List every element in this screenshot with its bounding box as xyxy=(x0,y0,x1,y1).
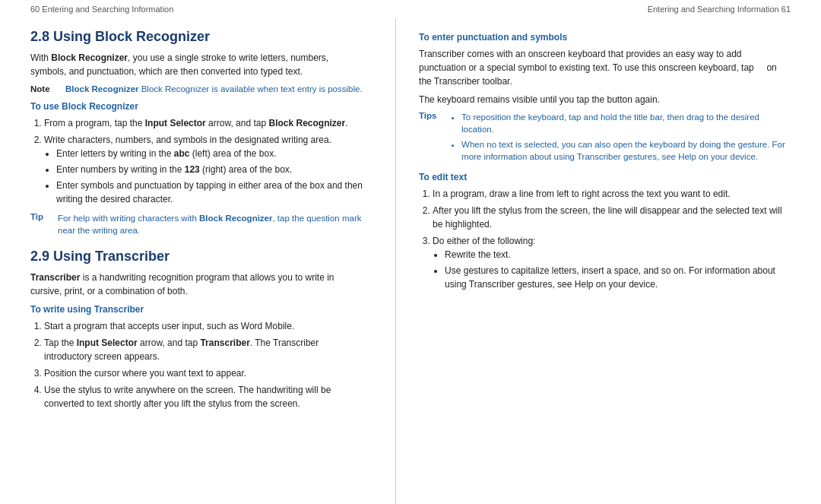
edit-step-2: After you lift the stylus from the scree… xyxy=(433,204,791,231)
content-area: 2.8 Using Block Recognizer With Block Re… xyxy=(0,18,821,504)
section-2-9-title: 2.9 Using Transcriber xyxy=(30,249,365,265)
section-2-9-intro: Transcriber is a handwriting recognition… xyxy=(30,271,365,298)
subsection-write-transcriber: To write using Transcriber xyxy=(30,304,365,315)
tip-item-1: To reposition the keyboard, tap and hold… xyxy=(461,111,791,135)
page-header-left: 60 Entering and Searching Information xyxy=(30,5,173,14)
transcriber-step-3: Position the cursor where you want text … xyxy=(44,366,365,380)
punctuation-para1: Transcriber comes with an onscreen keybo… xyxy=(419,47,791,88)
section-2-9: 2.9 Using Transcriber Transcriber is a h… xyxy=(30,249,365,410)
page-header: 60 Entering and Searching Information En… xyxy=(0,0,821,18)
tip-item-2: When no text is selected, you can also o… xyxy=(461,138,791,163)
subsection-edit: To edit text xyxy=(419,172,791,182)
left-column: 2.8 Using Block Recognizer With Block Re… xyxy=(30,18,388,504)
column-divider xyxy=(395,18,396,504)
subsection-punctuation: To enter punctuation and symbols xyxy=(419,32,791,43)
tip-label: Tip xyxy=(30,212,53,221)
bullet-symbols: Enter symbols and punctuation by tapping… xyxy=(56,179,365,206)
page-container: 60 Entering and Searching Information En… xyxy=(0,0,821,504)
step-2: Write characters, numbers, and symbols i… xyxy=(44,133,365,206)
section-2-8-intro: With Block Recognizer, you use a single … xyxy=(30,51,365,78)
note-box: Note Block Recognizer Block Recognizer i… xyxy=(30,84,365,94)
page-header-right: Entering and Searching Information 61 xyxy=(648,5,791,14)
section-2-8-title: 2.8 Using Block Recognizer xyxy=(30,29,365,45)
tip-box: Tip For help with writing characters wit… xyxy=(30,212,365,236)
note-label: Note xyxy=(30,84,61,94)
tips-bullets: To reposition the keyboard, tap and hold… xyxy=(451,111,791,166)
transcriber-steps: Start a program that accepts user input,… xyxy=(30,319,365,410)
bullet-list-abc: Enter letters by writing in the abc (lef… xyxy=(44,147,365,206)
edit-step-3: Do either of the following: Rewrite the … xyxy=(433,234,791,291)
transcriber-step-2: Tap the Input Selector arrow, and tap Tr… xyxy=(44,336,365,363)
subsection-use-block: To use Block Recognizer xyxy=(30,101,365,112)
tips-label: Tips xyxy=(419,111,446,120)
step-1: From a program, tap the Input Selector a… xyxy=(44,116,365,130)
edit-bullet-1: Rewrite the text. xyxy=(445,248,791,262)
edit-steps: In a program, draw a line from left to r… xyxy=(419,187,791,291)
edit-bullets: Rewrite the text. Use gestures to capita… xyxy=(433,248,791,291)
section-2-8: 2.8 Using Block Recognizer With Block Re… xyxy=(30,29,365,236)
punctuation-para2: The keyboard remains visible until you t… xyxy=(419,93,791,106)
tips-box: Tips To reposition the keyboard, tap and… xyxy=(419,111,791,166)
block-recognizer-steps: From a program, tap the Input Selector a… xyxy=(30,116,365,206)
right-column: To enter punctuation and symbols Transcr… xyxy=(404,18,791,504)
transcriber-step-4: Use the stylus to write anywhere on the … xyxy=(44,383,365,410)
edit-bullet-2: Use gestures to capitalize letters, inse… xyxy=(445,264,791,291)
transcriber-step-1: Start a program that accepts user input,… xyxy=(44,319,365,333)
note-text: Block Recognizer Block Recognizer is ava… xyxy=(65,84,363,94)
bullet-123: Enter numbers by writing in the 123 (rig… xyxy=(56,163,365,176)
tip-text: For help with writing characters with Bl… xyxy=(58,212,365,236)
bullet-abc: Enter letters by writing in the abc (lef… xyxy=(56,147,365,160)
edit-step-1: In a program, draw a line from left to r… xyxy=(433,187,791,201)
